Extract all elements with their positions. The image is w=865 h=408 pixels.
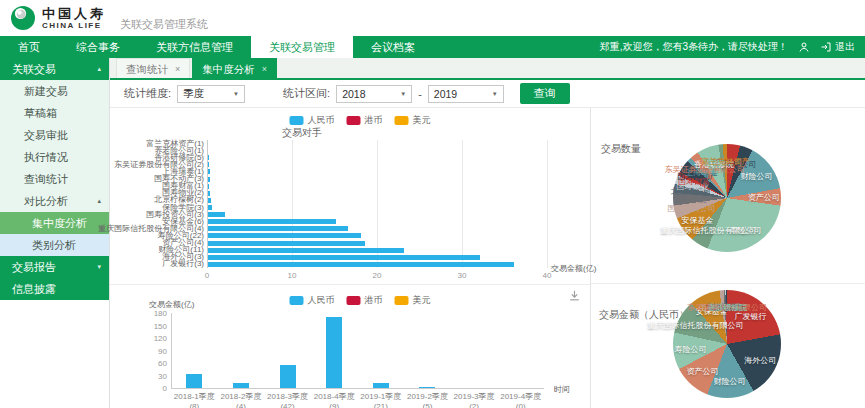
- brand-name-en: CHINA LIFE: [42, 22, 106, 30]
- charts-region: 交易对手 交易金额(亿) 交易金额(亿) 时间 人民币港币美元010203040…: [110, 108, 865, 408]
- bar-13[interactable]: [208, 233, 361, 238]
- quarter-count: (8): [171, 402, 218, 408]
- nav-item-0[interactable]: 首页: [0, 36, 58, 58]
- tab-1[interactable]: 集中度分析×: [192, 58, 277, 78]
- nav-item-2[interactable]: 关联方信息管理: [138, 36, 251, 58]
- bar-8[interactable]: [208, 198, 211, 203]
- bar-10[interactable]: [208, 212, 225, 217]
- bar-17[interactable]: [208, 262, 514, 267]
- vbar-legend-item-0[interactable]: 人民币: [290, 294, 335, 307]
- tab-label: 集中度分析: [202, 59, 255, 79]
- quarter-bar-3[interactable]: [326, 317, 342, 388]
- hbar-legend-item-1[interactable]: 港币: [347, 114, 383, 127]
- legend-label: 人民币: [308, 114, 335, 127]
- quarter-bar-2[interactable]: [280, 365, 296, 388]
- quarter-bar-4[interactable]: [373, 383, 389, 388]
- vbar-legend-item-1[interactable]: 港币: [347, 294, 383, 307]
- quarter-label: 2018-3季度: [264, 392, 311, 402]
- x-tick-label: 10: [284, 271, 300, 280]
- chevron-down-icon: ▾: [97, 256, 101, 278]
- quarter-tick-label: 2018-2季度(4): [218, 392, 265, 408]
- sidebar-item-8[interactable]: 类别分析: [0, 234, 109, 256]
- bar-7[interactable]: [208, 191, 210, 196]
- bar-row-label: 广发银行(3): [110, 260, 204, 267]
- vbar-legend-item-2[interactable]: 美元: [395, 294, 431, 307]
- quarter-bar-1[interactable]: [233, 383, 249, 388]
- year-to-value: 2019: [434, 88, 457, 100]
- sidebar-item-2[interactable]: 草稿箱: [0, 102, 109, 124]
- y-tick-label: 60: [147, 359, 167, 368]
- quarter-label: 2018-1季度: [171, 392, 218, 402]
- hbar-legend-item-2[interactable]: 美元: [395, 114, 431, 127]
- tab-0[interactable]: 查询统计×: [116, 58, 190, 78]
- transaction-amount-pie[interactable]: [673, 290, 781, 398]
- bar-9[interactable]: [208, 205, 212, 210]
- quarter-bar-0[interactable]: [186, 374, 202, 388]
- brand-name-cn: 中国人寿: [42, 7, 106, 20]
- hbar-legend-item-0[interactable]: 人民币: [290, 114, 335, 127]
- user-icon[interactable]: [798, 41, 810, 53]
- nav-item-4[interactable]: 会议档案: [353, 36, 433, 58]
- brand-text: 中国人寿 CHINA LIFE: [42, 7, 106, 30]
- sidebar-item-10[interactable]: 信息披露: [0, 278, 109, 300]
- quarter-tick-label: 2018-1季度(8): [171, 392, 218, 408]
- sidebar-item-5[interactable]: 查询统计: [0, 168, 109, 190]
- bar-5[interactable]: [208, 177, 210, 182]
- sidebar-item-7[interactable]: 集中度分析: [0, 212, 109, 234]
- sidebar-item-4[interactable]: 执行情况: [0, 146, 109, 168]
- nav-item-1[interactable]: 综合事务: [58, 36, 138, 58]
- legend-swatch: [290, 296, 304, 305]
- bar-15[interactable]: [208, 248, 404, 253]
- close-icon[interactable]: ×: [262, 59, 267, 79]
- amount-pie-title: 交易金额（人民币）: [599, 308, 689, 322]
- search-button[interactable]: 查询: [520, 83, 570, 104]
- quarter-label: 2019-3季度: [451, 392, 498, 402]
- quarter-tick-label: 2018-3季度(42): [264, 392, 311, 408]
- gridline: [462, 140, 463, 268]
- x-axis-label: 交易金额(亿): [551, 263, 596, 274]
- transaction-count-pie[interactable]: [673, 144, 781, 252]
- quarter-tick-label: 2018-4季度(9): [311, 392, 358, 408]
- quarter-tick-label: 2019-2季度(5): [404, 392, 451, 408]
- app-header: 中国人寿 CHINA LIFE 关联交易管理系统: [0, 0, 865, 36]
- divider: [110, 284, 590, 285]
- close-icon[interactable]: ×: [175, 59, 180, 79]
- dimension-select-value: 季度: [183, 87, 204, 101]
- range-separator: -: [418, 88, 422, 100]
- year-from-select[interactable]: 2018 ▼: [336, 85, 412, 103]
- quarter-count: (4): [218, 402, 265, 408]
- download-icon[interactable]: [568, 289, 581, 302]
- y-tick-label: 150: [147, 322, 167, 331]
- bar-6[interactable]: [208, 184, 209, 189]
- logout-button[interactable]: 退出: [820, 40, 855, 54]
- legend-label: 港币: [365, 294, 383, 307]
- bar-12[interactable]: [208, 226, 348, 231]
- x-tick-label: 20: [369, 271, 385, 280]
- sidebar-item-3[interactable]: 交易审批: [0, 124, 109, 146]
- legend-swatch: [347, 116, 361, 125]
- sidebar-item-6[interactable]: 对比分析▴: [0, 190, 109, 212]
- quarter-bar-5[interactable]: [419, 387, 435, 388]
- sidebar-item-1[interactable]: 新建交易: [0, 80, 109, 102]
- bar-16[interactable]: [208, 255, 480, 260]
- pie-charts-panel: 交易数量 交易金额（人民币） 广发银行海外公司财险公司资产公司寿险公司重庆国际信…: [591, 108, 865, 408]
- year-from-value: 2018: [342, 88, 365, 100]
- sidebar-item-0[interactable]: 关联交易▴: [0, 58, 109, 80]
- quarter-count: (0): [497, 402, 544, 408]
- quarter-count: (42): [264, 402, 311, 408]
- bar-14[interactable]: [208, 241, 365, 246]
- legend-swatch: [347, 296, 361, 305]
- nav-item-3[interactable]: 关联交易管理: [251, 36, 353, 58]
- quarter-label: 2019-2季度: [404, 392, 451, 402]
- vbar-legend: 人民币港币美元: [290, 294, 431, 307]
- year-to-select[interactable]: 2019 ▼: [428, 85, 504, 103]
- bar-11[interactable]: [208, 219, 336, 224]
- bar-2[interactable]: [208, 155, 209, 160]
- navbar-right: 郑重,欢迎您，您有3条待办，请尽快处理！ 退出: [600, 36, 865, 58]
- bar-4[interactable]: [208, 169, 210, 174]
- sidebar-item-9[interactable]: 交易报告▾: [0, 256, 109, 278]
- bar-3[interactable]: [208, 162, 209, 167]
- dimension-select[interactable]: 季度 ▼: [177, 85, 245, 103]
- legend-swatch: [290, 116, 304, 125]
- chevron-down-icon: ▼: [400, 91, 406, 97]
